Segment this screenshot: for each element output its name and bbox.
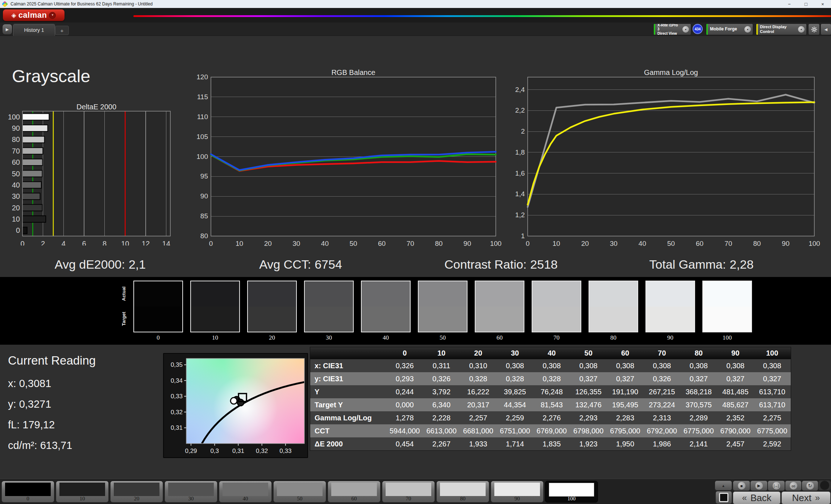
patch-swatch (5, 483, 51, 496)
chevron-down-icon: ▼ (682, 26, 689, 33)
pattern-patch-button-30[interactable]: 30 (165, 481, 217, 503)
table-row: Gamma Log/Log1,2782,2282,2572,2592,2762,… (310, 411, 791, 424)
table-cell: 0,308 (533, 359, 570, 372)
deltae-chart-title: DeltaE 2000 (22, 103, 170, 111)
display-control-dropdown[interactable]: Direct Display Control ▼ (756, 24, 807, 35)
add-tab-button[interactable]: + (55, 26, 69, 35)
meter-status-accent (654, 24, 655, 35)
meter-dropdown[interactable]: X-Rite i1Pro 3 Direct View ▼ (653, 24, 691, 35)
reading-x: x: 0,3081 (8, 378, 51, 390)
play-button[interactable]: ▶ (750, 480, 768, 491)
table-cell: 16,222 (460, 385, 496, 398)
table-cell: 613,710 (754, 398, 790, 411)
table-cell: 0,308 (570, 359, 607, 372)
close-button[interactable]: × (814, 0, 831, 8)
continuous-measure-button[interactable]: ∞ (785, 480, 802, 491)
axis-tick-label: 0,35 (171, 361, 183, 368)
table-cell: 0,326 (386, 359, 423, 372)
table-cell: 0,328 (533, 372, 570, 385)
pattern-bar: 0102030405060708090100 ▲ ■ ▶ [↔] ∞ ↻ « B… (0, 479, 831, 504)
table-cell: 0,327 (717, 372, 754, 385)
deltae-bar-30 (22, 193, 40, 200)
table-cell: 5944,000 (386, 424, 423, 437)
axis-tick-label: 0 (16, 226, 20, 234)
pattern-window-button[interactable] (715, 491, 732, 504)
swatch-target (191, 307, 239, 332)
pattern-patch-button-90[interactable]: 90 (491, 481, 544, 503)
maximize-button[interactable]: □ (798, 0, 814, 8)
swatch-level-label: 10 (190, 334, 240, 341)
table-cell: 0,311 (423, 359, 460, 372)
axis-tick-label: 30 (610, 240, 618, 247)
table-row: ΔE 20000,4542,2671,9331,7141,8351,9231,9… (310, 437, 791, 450)
axis-tick-label: 0,31 (232, 448, 244, 454)
stop-button[interactable]: ■ (733, 480, 750, 491)
table-col-header-90: 90 (717, 347, 754, 359)
pattern-patch-button-10[interactable]: 10 (56, 481, 109, 503)
avg-cct-stat: Avg CCT:6754 (200, 253, 401, 276)
cie-measurement-point (230, 398, 237, 404)
table-cell: 273,224 (644, 398, 680, 411)
calman-menu-button[interactable]: ◈ calman ▼ (3, 9, 65, 21)
swatch-level-label: 50 (418, 334, 468, 341)
table-cell: 0,000 (386, 398, 423, 411)
pattern-patch-button-50[interactable]: 50 (273, 481, 326, 503)
swatch-target (646, 307, 694, 332)
gamma-chart-svg: 11,21,41,61,822,22,401020304050607080901… (512, 67, 831, 248)
status-light-icon (820, 480, 830, 490)
gray-swatch-100 (702, 281, 752, 332)
logo-dropdown-icon: ▼ (49, 12, 56, 19)
table-row: CCT5944,0006613,0006681,0006751,0006769,… (310, 424, 791, 437)
back-button[interactable]: « Back (733, 491, 781, 504)
rgb-balance-chart: RGB Balance 8085909510010511011512001020… (196, 67, 507, 248)
table-col-header-50: 50 (570, 347, 607, 359)
axis-tick-label: 30 (12, 192, 20, 200)
rgb-chart-svg: 8085909510010511011512001020304050607080… (196, 67, 507, 248)
pattern-patch-button-60[interactable]: 60 (328, 481, 381, 503)
axis-tick-label: 2,2 (515, 106, 525, 114)
axis-tick-label: 10 (236, 240, 243, 247)
axis-tick-label: 80 (753, 240, 761, 247)
pattern-size-button[interactable]: [↔] (768, 480, 785, 491)
axis-tick-label: 0,34 (171, 377, 183, 384)
axis-tick-label: 100 (8, 113, 20, 121)
pattern-patch-button-0[interactable]: 0 (1, 481, 54, 503)
target-row-label: Target (121, 307, 130, 331)
axis-tick-label: 80 (12, 135, 20, 143)
table-cell: 44,354 (496, 398, 533, 411)
table-cell: 1,950 (607, 437, 643, 450)
tab-history-1[interactable]: History 1 (13, 24, 55, 36)
patch-label: 0 (2, 496, 54, 502)
axis-tick-label: 30 (292, 240, 300, 247)
pattern-patch-button-100[interactable]: 100 (545, 481, 598, 503)
axis-tick-label: 60 (696, 240, 703, 247)
panel-up-button[interactable]: ▲ (715, 480, 732, 491)
minimize-button[interactable]: − (781, 0, 798, 8)
axis-tick-label: 0,33 (279, 448, 291, 454)
gray-swatch-60 (475, 281, 524, 332)
axis-tick-label: 50 (12, 170, 20, 178)
table-cell: 6613,000 (423, 424, 460, 437)
pattern-patch-button-40[interactable]: 40 (219, 481, 272, 503)
pattern-source-dropdown[interactable]: Mobile Forge ▼ (706, 24, 753, 35)
settings-button[interactable] (808, 24, 820, 35)
refresh-button[interactable]: ↻ (802, 480, 818, 491)
axis-tick-label: 2 (521, 127, 525, 135)
sidebar-expander-button[interactable]: ▶ (2, 24, 12, 35)
table-row-label: y: CIE31 (310, 372, 386, 385)
table-cell: 2,293 (570, 411, 607, 424)
table-cell: 6775,000 (754, 424, 790, 437)
measurement-table: 0102030405060708090100x: CIE310,3260,311… (310, 347, 791, 451)
axis-tick-label: 14 (162, 240, 170, 245)
table-cell: 0,308 (717, 359, 754, 372)
swatch-target (305, 307, 353, 332)
pattern-patch-button-80[interactable]: 80 (436, 481, 489, 503)
table-cell: 0,326 (423, 372, 460, 385)
pattern-patch-button-70[interactable]: 70 (382, 481, 435, 503)
table-cell: 0,308 (644, 359, 680, 372)
next-button[interactable]: Next » (781, 491, 831, 504)
collapse-panel-button[interactable]: ◀ (820, 24, 831, 35)
gray-swatch-0 (133, 281, 183, 332)
table-cell: 0,308 (496, 359, 533, 372)
pattern-patch-button-20[interactable]: 20 (110, 481, 163, 503)
